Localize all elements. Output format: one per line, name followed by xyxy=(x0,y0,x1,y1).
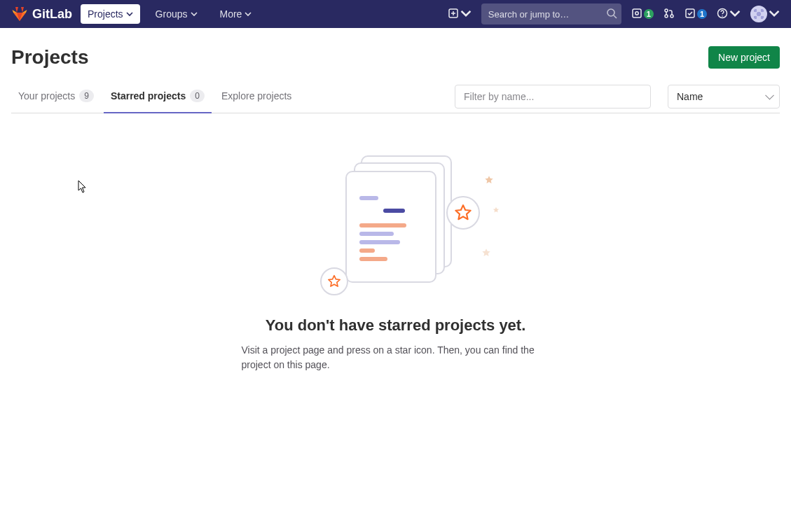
nav-projects[interactable]: Projects xyxy=(81,4,140,24)
empty-state: You don't have starred projects yet. Vis… xyxy=(214,155,578,372)
tab-explore-projects[interactable]: Explore projects xyxy=(214,80,298,113)
svg-point-10 xyxy=(722,15,723,17)
project-tabs: Your projects 9 Starred projects 0 Explo… xyxy=(11,80,298,113)
star-icon xyxy=(320,267,348,295)
tab-your-projects-label: Your projects xyxy=(18,90,75,102)
todos-icon xyxy=(685,8,696,21)
help-menu[interactable] xyxy=(717,8,741,21)
create-new-menu[interactable] xyxy=(448,8,472,21)
sparkle-icon xyxy=(484,175,494,185)
plus-icon xyxy=(448,8,459,21)
sort-select-wrap: Name xyxy=(661,85,780,108)
page-body: Projects New project Your projects 9 Sta… xyxy=(0,28,791,384)
empty-state-title: You don't have starred projects yet. xyxy=(214,316,578,335)
chevron-down-icon xyxy=(460,8,472,21)
tab-your-projects[interactable]: Your projects 9 xyxy=(11,80,101,113)
new-project-button[interactable]: New project xyxy=(708,46,780,69)
chevron-down-icon xyxy=(729,8,741,21)
todos-count: 1 xyxy=(697,9,707,19)
help-icon xyxy=(717,8,728,21)
star-icon xyxy=(446,196,480,230)
chevron-down-icon xyxy=(769,8,780,21)
todos-link[interactable]: 1 xyxy=(685,8,707,21)
navbar-left: GitLab Projects Groups More xyxy=(11,4,259,24)
top-navbar: GitLab Projects Groups More xyxy=(0,0,791,28)
search-input[interactable] xyxy=(488,9,606,20)
nav-projects-label: Projects xyxy=(88,8,123,20)
sort-select[interactable]: Name xyxy=(668,85,780,108)
tabs-row: Your projects 9 Starred projects 0 Explo… xyxy=(11,80,780,113)
global-search[interactable] xyxy=(481,4,621,24)
user-menu[interactable] xyxy=(750,6,780,22)
page-header: Projects New project xyxy=(11,39,780,80)
tab-starred-projects-label: Starred projects xyxy=(111,90,186,102)
nav-more-label: More xyxy=(220,8,242,20)
sparkle-icon xyxy=(493,204,500,211)
empty-state-description: Visit a project page and press on a star… xyxy=(214,343,578,372)
gitlab-logo-icon xyxy=(11,5,28,24)
gitlab-logo[interactable]: GitLab xyxy=(11,5,72,24)
issues-link[interactable]: 1 xyxy=(631,8,654,21)
issues-icon xyxy=(631,8,642,21)
doc-card-icon xyxy=(345,171,436,283)
empty-state-illustration xyxy=(305,155,487,295)
chevron-down-icon xyxy=(126,8,133,20)
page-title: Projects xyxy=(11,46,89,69)
search-icon xyxy=(606,8,617,21)
tab-starred-projects[interactable]: Starred projects 0 xyxy=(104,80,212,113)
sparkle-icon xyxy=(481,248,491,258)
svg-point-1 xyxy=(607,9,614,16)
avatar xyxy=(750,6,767,22)
chevron-down-icon xyxy=(245,8,252,20)
nav-groups-label: Groups xyxy=(156,8,188,20)
navbar-right: 1 1 xyxy=(448,4,780,24)
nav-more[interactable]: More xyxy=(213,4,259,24)
merge-request-icon xyxy=(663,8,675,21)
tab-your-projects-count: 9 xyxy=(79,90,94,102)
svg-point-7 xyxy=(670,15,673,18)
filter-by-name-input[interactable] xyxy=(455,85,651,108)
issues-count: 1 xyxy=(644,9,654,19)
chevron-down-icon xyxy=(191,8,198,20)
brand-name: GitLab xyxy=(32,7,72,22)
nav-groups[interactable]: Groups xyxy=(149,4,205,24)
svg-point-6 xyxy=(665,15,668,18)
tab-explore-projects-label: Explore projects xyxy=(221,90,291,102)
svg-point-5 xyxy=(665,9,668,12)
tab-starred-projects-count: 0 xyxy=(190,90,205,102)
merge-requests-link[interactable] xyxy=(663,8,675,21)
